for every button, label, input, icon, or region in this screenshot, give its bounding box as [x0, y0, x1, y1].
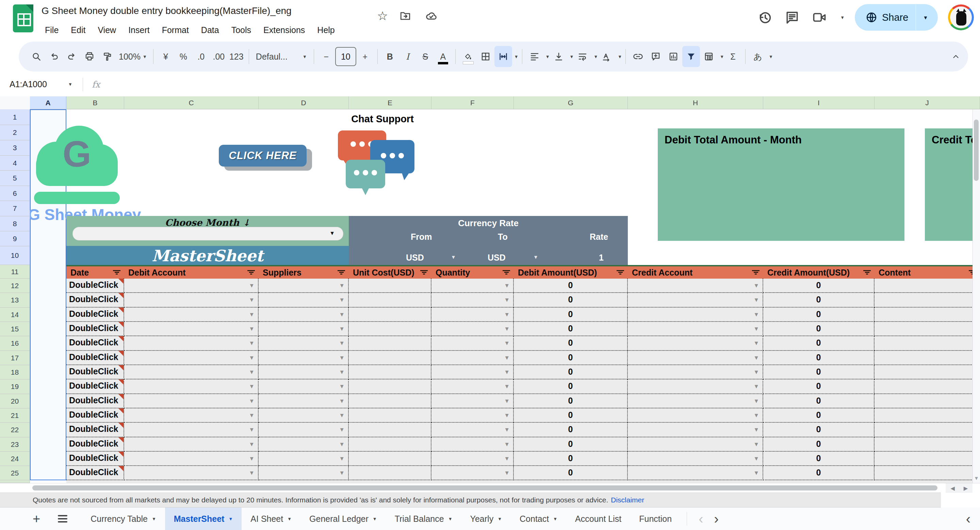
cell-B23[interactable]: DoubleClick	[66, 437, 124, 452]
cell-E20[interactable]	[349, 394, 431, 409]
cell-B22[interactable]: DoubleClick	[66, 423, 124, 437]
merge-caret-icon[interactable]: ▼	[514, 54, 519, 59]
cell-dropdown-icon[interactable]: ▼	[753, 326, 759, 332]
cell-dropdown-icon[interactable]: ▼	[339, 311, 345, 318]
increase-font-size-button[interactable]: +	[356, 46, 374, 67]
menu-file[interactable]: File	[40, 23, 63, 37]
row-header-10[interactable]: 10	[0, 246, 30, 265]
cell-I19[interactable]: 0	[763, 380, 875, 394]
version-history-icon[interactable]	[756, 9, 773, 26]
cell-H21[interactable]: ▼	[628, 409, 763, 423]
cell-dropdown-icon[interactable]: ▼	[753, 426, 759, 433]
decrease-decimal-button[interactable]: .0	[192, 46, 210, 67]
cell-I14[interactable]: 0	[763, 308, 875, 322]
cell-dropdown-icon[interactable]: ▼	[249, 283, 255, 289]
column-header-A[interactable]: A	[30, 96, 66, 109]
cell-C19[interactable]: ▼	[124, 380, 259, 394]
cell-J18[interactable]	[875, 365, 980, 380]
row-header-22[interactable]: 22	[0, 423, 30, 437]
column-header-D[interactable]: D	[259, 96, 349, 109]
cell-C23[interactable]: ▼	[124, 437, 259, 452]
column-filter-icon[interactable]	[420, 270, 428, 276]
cell-H22[interactable]: ▼	[628, 423, 763, 437]
document-title[interactable]: G Sheet Money double entry bookkeeping(M…	[41, 5, 292, 16]
column-filter-icon[interactable]	[247, 270, 255, 276]
cell-H24[interactable]: ▼	[628, 452, 763, 466]
row-header-15[interactable]: 15	[0, 322, 30, 336]
cell-J24[interactable]	[875, 452, 980, 466]
text-wrap-icon[interactable]	[574, 46, 592, 67]
column-header-C[interactable]: C	[124, 96, 259, 109]
sheet-tab-yearly[interactable]: Yearly▼	[461, 508, 511, 530]
cell-dropdown-icon[interactable]: ▼	[504, 326, 510, 332]
sheet-tab-caret-icon[interactable]: ▼	[448, 516, 453, 522]
cell-I18[interactable]: 0	[763, 365, 875, 380]
sheet-canvas[interactable]: G G Sheet Money CLICK HERE Chat Support …	[30, 109, 980, 483]
currency-to-caret-icon[interactable]: ▼	[533, 254, 538, 260]
scroll-left-icon[interactable]: ◀	[950, 485, 955, 492]
cell-I21[interactable]: 0	[763, 409, 875, 423]
column-filter-icon[interactable]	[337, 270, 345, 276]
row-header-19[interactable]: 19	[0, 380, 30, 394]
row-header-4[interactable]: 4	[0, 156, 30, 171]
cell-dropdown-icon[interactable]: ▼	[249, 398, 255, 405]
column-header-I[interactable]: I	[763, 96, 875, 109]
cell-D23[interactable]: ▼	[259, 437, 349, 452]
cell-J19[interactable]	[875, 380, 980, 394]
menu-help[interactable]: Help	[312, 23, 339, 37]
sheet-tab-account-list[interactable]: Account List	[566, 508, 630, 530]
row-header-14[interactable]: 14	[0, 308, 30, 322]
rotation-caret-icon[interactable]: ▼	[617, 54, 622, 59]
menu-tools[interactable]: Tools	[227, 23, 256, 37]
cell-C14[interactable]: ▼	[124, 308, 259, 322]
cell-dropdown-icon[interactable]: ▼	[504, 441, 510, 448]
cell-B16[interactable]: DoubleClick	[66, 336, 124, 351]
cell-dropdown-icon[interactable]: ▼	[249, 455, 255, 462]
valign-caret-icon[interactable]: ▼	[570, 54, 574, 59]
cell-dropdown-icon[interactable]: ▼	[249, 441, 255, 448]
row-header-23[interactable]: 23	[0, 437, 30, 452]
cell-D16[interactable]: ▼	[259, 336, 349, 351]
cell-J22[interactable]	[875, 423, 980, 437]
column-filter-icon[interactable]	[502, 270, 511, 276]
cell-G12[interactable]: 0	[514, 279, 628, 293]
hide-toolbar-icon[interactable]	[947, 46, 965, 67]
cell-C18[interactable]: ▼	[124, 365, 259, 380]
cell-dropdown-icon[interactable]: ▼	[249, 470, 255, 477]
cell-B25[interactable]: DoubleClick	[66, 466, 124, 480]
cell-H17[interactable]: ▼	[628, 351, 763, 365]
cell-dropdown-icon[interactable]: ▼	[339, 326, 345, 332]
filter-views-caret-icon[interactable]: ▼	[720, 54, 724, 59]
cell-B12[interactable]: DoubleClick	[66, 279, 124, 293]
sheets-logo-icon[interactable]	[13, 5, 33, 32]
cell-dropdown-icon[interactable]: ▼	[504, 311, 510, 318]
row-header-13[interactable]: 13	[0, 293, 30, 308]
row-header-18[interactable]: 18	[0, 365, 30, 380]
vertical-align-icon[interactable]	[550, 46, 568, 67]
cell-B21[interactable]: DoubleClick	[66, 409, 124, 423]
click-here-button[interactable]: CLICK HERE	[219, 145, 307, 166]
cell-dropdown-icon[interactable]: ▼	[339, 455, 345, 462]
cell-E23[interactable]	[349, 437, 431, 452]
cell-G17[interactable]: 0	[514, 351, 628, 365]
cell-H16[interactable]: ▼	[628, 336, 763, 351]
cell-D17[interactable]: ▼	[259, 351, 349, 365]
sheet-tab-caret-icon[interactable]: ▼	[152, 516, 156, 522]
cell-dropdown-icon[interactable]: ▼	[753, 340, 759, 347]
column-filter-icon[interactable]	[863, 270, 871, 276]
row-header-12[interactable]: 12	[0, 279, 30, 293]
row-header-1[interactable]: 1	[0, 109, 30, 125]
cell-J25[interactable]	[875, 466, 980, 480]
cell-G14[interactable]: 0	[514, 308, 628, 322]
cell-dropdown-icon[interactable]: ▼	[753, 354, 759, 361]
cell-G20[interactable]: 0	[514, 394, 628, 409]
cell-dropdown-icon[interactable]: ▼	[753, 441, 759, 448]
cell-E24[interactable]	[349, 452, 431, 466]
undo-icon[interactable]	[45, 46, 63, 67]
sheet-tab-general-ledger[interactable]: General Ledger▼	[301, 508, 386, 530]
currency-from-caret-icon[interactable]: ▼	[451, 254, 456, 260]
cell-dropdown-icon[interactable]: ▼	[339, 354, 345, 361]
tab-scroll-prev-icon[interactable]: ‹	[693, 509, 708, 529]
cell-dropdown-icon[interactable]: ▼	[504, 383, 510, 390]
disclaimer-link[interactable]: Disclaimer	[611, 496, 644, 504]
